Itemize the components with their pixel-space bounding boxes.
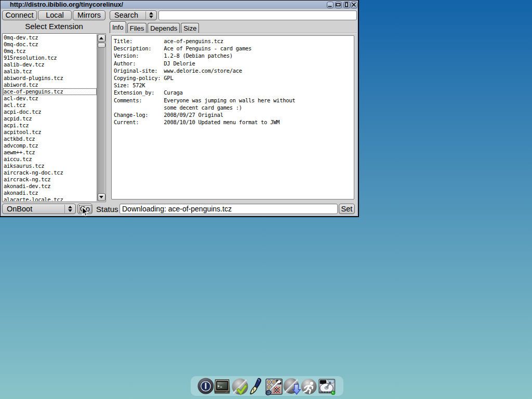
list-item[interactable]: 915resolution.tcz — [3, 55, 97, 61]
scroll-up-button[interactable] — [98, 34, 105, 42]
search-mode-select[interactable]: Search — [110, 10, 157, 20]
minimize-button[interactable] — [327, 2, 334, 8]
local-button-label: Local — [46, 11, 64, 19]
list-item[interactable]: aalib-dev.tcz — [3, 61, 97, 68]
window-title: http://distro.ibiblio.org/tinycorelinux/ — [10, 1, 123, 8]
terminal-icon[interactable] — [214, 379, 230, 394]
maximize-horizontal-button[interactable] — [335, 2, 342, 8]
select-extension-heading: Select Extension — [2, 22, 106, 31]
arrow-up-icon — [149, 12, 153, 15]
search-input[interactable] — [158, 10, 357, 20]
list-item[interactable]: 0mq-doc.tcz — [3, 41, 97, 48]
connect-button[interactable]: Connect — [2, 10, 37, 20]
extension-list[interactable]: 0mq-dev.tcz0mq-doc.tcz0mq.tcz915resoluti… — [2, 33, 106, 202]
titlebar[interactable]: http://distro.ibiblio.org/tinycorelinux/ — [1, 1, 358, 9]
list-item[interactable]: aewm++.tcz — [3, 149, 97, 156]
scrollbar-thumb[interactable] — [98, 43, 105, 48]
search-mode-value: Search — [114, 11, 138, 19]
onboot-value: OnBoot — [7, 205, 32, 213]
status-field-value: Downloading: ace-of-penguins.tcz — [122, 205, 232, 213]
tab[interactable]: Files — [127, 23, 147, 33]
status-label: Status — [96, 205, 118, 214]
desktop: { "window": { "title": "http://distro.ib… — [0, 0, 532, 399]
mirrors-button-label: Mirrors — [77, 11, 101, 19]
close-icon — [351, 2, 356, 7]
list-item[interactable]: ace-of-penguins.tcz — [3, 88, 97, 95]
list-item[interactable]: 0mq-dev.tcz — [3, 34, 97, 41]
list-item[interactable]: acpitool.tcz — [3, 129, 97, 136]
scroll-down-icon — [99, 196, 103, 198]
tab[interactable]: Info — [110, 21, 126, 33]
status-field[interactable]: Downloading: ace-of-penguins.tcz — [119, 204, 338, 214]
close-button[interactable] — [351, 2, 357, 8]
connect-button-label: Connect — [5, 11, 33, 19]
tabs: InfoFilesDependsSize — [110, 21, 200, 33]
list-item[interactable]: acpid.tcz — [3, 115, 97, 122]
list-item[interactable]: aiksaurus.tcz — [3, 163, 97, 169]
list-item[interactable]: 0mq.tcz — [3, 48, 97, 55]
list-item[interactable]: aiccu.tcz — [3, 156, 97, 163]
list-item[interactable]: advcomp.tcz — [3, 142, 97, 149]
updown-arrows-icon — [145, 11, 156, 19]
list-item[interactable]: aircrack-ng.tcz — [3, 176, 97, 183]
extension-list-items: 0mq-dev.tcz0mq-doc.tcz0mq.tcz915resoluti… — [3, 34, 97, 201]
list-item[interactable]: acpi.tcz — [3, 122, 97, 129]
list-item[interactable]: aircrack-ng-doc.tcz — [3, 169, 97, 176]
tab[interactable]: Depends — [148, 23, 180, 33]
arrow-down-icon — [149, 16, 153, 18]
list-item[interactable]: actkbd.tcz — [3, 136, 97, 142]
list-item[interactable]: alacarte-locale.tcz — [3, 196, 97, 201]
tabs-baseline — [110, 33, 357, 34]
list-item[interactable]: acl-dev.tcz — [3, 95, 97, 102]
minimize-icon — [327, 2, 332, 7]
updown-arrows-icon — [64, 205, 75, 213]
mouse-cursor — [81, 206, 88, 217]
list-item[interactable]: aalib.tcz — [3, 68, 97, 75]
appsaudit-icon[interactable] — [232, 378, 249, 395]
set-button[interactable]: Set — [339, 204, 355, 214]
appbrowser-icon[interactable] — [283, 378, 301, 396]
arrow-up-icon — [68, 206, 72, 208]
appbrowser-window: http://distro.ibiblio.org/tinycorelinux/… — [0, 0, 359, 217]
maximize-horizontal-icon — [336, 2, 341, 7]
maximize-vertical-icon — [344, 2, 349, 7]
exit-icon[interactable] — [197, 378, 214, 394]
tab[interactable]: Size — [181, 23, 199, 33]
list-scrollbar[interactable] — [97, 34, 105, 201]
list-item[interactable]: acl.tcz — [3, 102, 97, 109]
scroll-down-button[interactable] — [98, 193, 105, 201]
mirrors-button[interactable]: Mirrors — [73, 10, 105, 20]
list-item[interactable]: akonadi.tcz — [3, 190, 97, 196]
set-button-label: Set — [341, 205, 353, 213]
onboot-select[interactable]: OnBoot — [2, 204, 76, 214]
editor-icon[interactable] — [249, 377, 262, 396]
local-button[interactable]: Local — [38, 10, 72, 20]
list-item[interactable]: akonadi-dev.tcz — [3, 183, 97, 190]
wbar-dock — [191, 376, 343, 396]
scroll-up-icon — [99, 37, 103, 39]
run-icon[interactable] — [301, 378, 317, 395]
controlpanel-icon[interactable] — [265, 378, 283, 396]
list-item[interactable]: abiword.tcz — [3, 82, 97, 88]
mount-icon[interactable] — [318, 379, 336, 395]
info-text: Title: ace-of-penguins.tcz Description: … — [114, 37, 295, 126]
list-item[interactable]: abiword-plugins.tcz — [3, 75, 97, 82]
list-item[interactable]: acpi-doc.tcz — [3, 109, 97, 115]
maximize-vertical-button[interactable] — [343, 2, 350, 8]
arrow-down-icon — [68, 209, 72, 212]
info-panel[interactable]: Title: ace-of-penguins.tcz Description: … — [111, 35, 354, 200]
